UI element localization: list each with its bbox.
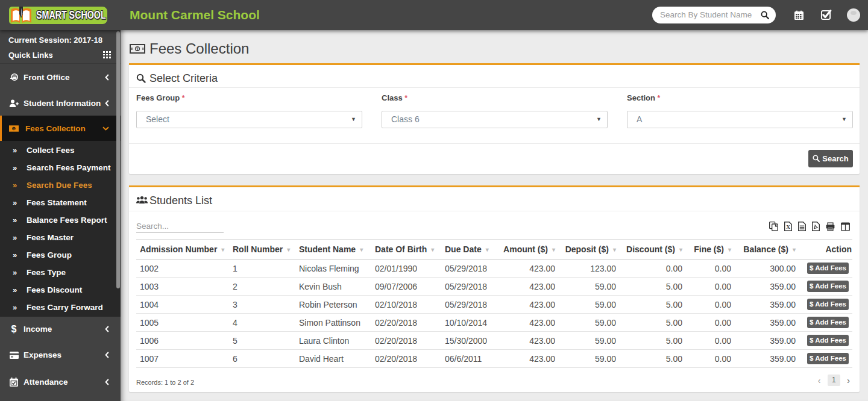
svg-text:1: 1 [13,126,15,131]
svg-text:X: X [786,224,790,230]
svg-text:1: 1 [136,46,139,52]
